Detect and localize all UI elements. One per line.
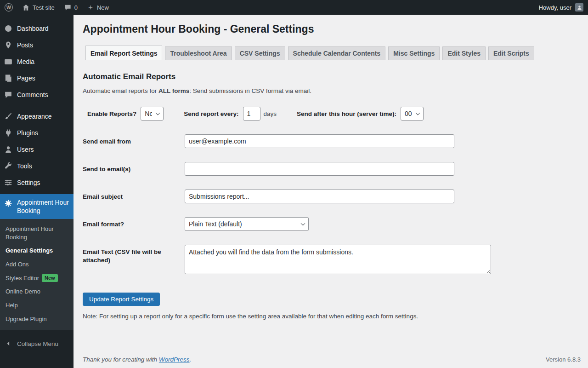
media-camera-icon xyxy=(4,57,13,66)
tab-misc-settings[interactable]: Misc Settings xyxy=(388,46,440,60)
submenu-label: General Settings xyxy=(6,247,53,254)
submenu-item-add-ons[interactable]: Add Ons xyxy=(0,258,74,271)
sidebar-item-label: Settings xyxy=(17,178,40,187)
email-subject-label: Email subject xyxy=(83,190,185,203)
account-menu-link[interactable]: Howdy, user xyxy=(534,0,588,15)
submenu-label: Online Demo xyxy=(6,288,40,295)
new-label: New xyxy=(97,4,109,11)
comments-bubble-link[interactable]: 0 xyxy=(59,0,82,15)
enable-reports-group: Enable Reports? No xyxy=(87,107,164,121)
sidebar-item-dashboard[interactable]: Dashboard xyxy=(0,20,74,37)
admin-bar-left: W Test site 0 ＋ New xyxy=(0,0,113,15)
submenu-label: Appointment Hour Booking xyxy=(6,225,54,241)
email-format-row: Email format? Plain Text (default) xyxy=(83,217,579,231)
send-email-from-label: Send email from xyxy=(83,134,185,148)
footer-version: Version 6.8.3 xyxy=(546,356,581,363)
admin-bar-right: Howdy, user xyxy=(534,0,588,15)
tab-edit-styles[interactable]: Edit Styles xyxy=(442,46,486,60)
email-subject-input[interactable] xyxy=(185,190,454,203)
submenu-item-styles-editor[interactable]: Styles EditorNew xyxy=(0,271,74,285)
email-format-label: Email format? xyxy=(83,217,185,231)
sidebar-item-appearance[interactable]: Appearance xyxy=(0,108,74,125)
send-hour-label: Send after this hour (server time): xyxy=(297,110,396,117)
plus-icon: ＋ xyxy=(87,4,94,11)
sidebar-item-label: Appearance xyxy=(17,112,52,121)
site-name-link[interactable]: Test site xyxy=(17,0,59,15)
main-content: Appointment Hour Booking - General Setti… xyxy=(74,15,588,368)
appearance-brush-icon xyxy=(4,112,13,121)
comments-count: 0 xyxy=(74,4,78,11)
home-icon xyxy=(22,4,30,12)
submenu-label: Styles Editor xyxy=(6,275,39,282)
report-interval-group: Send report every: days xyxy=(184,107,277,121)
sidebar-item-plugins[interactable]: Plugins xyxy=(0,125,74,141)
send-hour-select[interactable]: 00 xyxy=(401,107,424,121)
howdy-label: Howdy, user xyxy=(539,4,571,11)
page-title: Appointment Hour Booking - General Setti… xyxy=(83,15,579,35)
intro-text: Automatic email reports for ALL forms: S… xyxy=(83,87,579,94)
tab-edit-scripts[interactable]: Edit Scripts xyxy=(488,46,534,60)
report-hour-group: Send after this hour (server time): 00 xyxy=(297,107,424,121)
intro-prefix: Automatic email reports for xyxy=(83,87,158,94)
wordpress-logo-icon: W xyxy=(5,3,13,12)
send-to-emails-row: Send to email(s) xyxy=(83,162,579,176)
sidebar-item-label: Dashboard xyxy=(17,24,49,33)
comments-icon xyxy=(4,90,13,99)
tab-csv-settings[interactable]: CSV Settings xyxy=(235,46,285,60)
new-content-link[interactable]: ＋ New xyxy=(82,0,113,15)
days-suffix-label: days xyxy=(264,110,277,117)
sidebar-item-users[interactable]: Users xyxy=(0,141,74,158)
submenu-item-online-demo[interactable]: Online Demo xyxy=(0,285,74,299)
footer-thanks-prefix: Thank you for creating with xyxy=(83,356,159,363)
sidebar-item-appointment-hour-booking[interactable]: Appointment Hour Booking xyxy=(0,194,74,219)
email-format-select[interactable]: Plain Text (default) xyxy=(185,217,309,231)
enable-reports-select[interactable]: No xyxy=(141,107,164,121)
send-report-every-input[interactable] xyxy=(243,107,260,121)
send-email-from-input[interactable] xyxy=(185,134,454,148)
sidebar-item-label: Users xyxy=(17,145,34,154)
sidebar-item-comments[interactable]: Comments xyxy=(0,86,74,103)
sidebar-item-settings[interactable]: Settings xyxy=(0,174,74,191)
wordpress-logo-button[interactable]: W xyxy=(0,0,17,15)
sidebar-item-label: Comments xyxy=(17,91,48,99)
tab-email-report-settings[interactable]: Email Report Settings xyxy=(85,46,162,60)
comment-bubble-icon xyxy=(64,4,72,12)
note-text: Note: For setting up a report only for a… xyxy=(83,313,579,320)
dashboard-icon xyxy=(4,24,13,33)
sidebar-item-media[interactable]: Media xyxy=(0,53,74,70)
admin-menu: Dashboard Posts Media Pages Comments App… xyxy=(0,20,74,191)
posts-pin-icon xyxy=(4,40,13,50)
section-title: Automatic Email Reports xyxy=(83,72,579,81)
plugin-menu-label: Appointment Hour Booking xyxy=(17,198,70,215)
sidebar-item-label: Posts xyxy=(17,41,33,49)
sidebar-item-pages[interactable]: Pages xyxy=(0,70,74,86)
sidebar-item-label: Pages xyxy=(17,74,35,82)
submenu-label: Add Ons xyxy=(6,261,29,268)
submenu-label: Upgrade Plugin xyxy=(6,316,47,322)
sidebar-item-label: Plugins xyxy=(17,129,38,137)
plugins-plug-icon xyxy=(4,128,13,138)
send-to-emails-input[interactable] xyxy=(185,162,454,176)
settings-sliders-icon xyxy=(4,178,13,187)
collapse-menu-label: Collapse Menu xyxy=(17,340,58,347)
submenu-item-help[interactable]: Help xyxy=(0,299,74,312)
wordpress-link[interactable]: WordPress xyxy=(159,356,190,363)
new-badge: New xyxy=(42,274,58,282)
collapse-menu-button[interactable]: Collapse Menu xyxy=(0,335,74,352)
pages-icon xyxy=(4,74,13,83)
tab-troubleshoot-area[interactable]: Troubleshoot Area xyxy=(165,46,232,60)
plugin-submenu: Appointment Hour Booking General Setting… xyxy=(0,219,74,330)
intro-suffix: : Send submissions in CSV format via ema… xyxy=(189,87,311,94)
sidebar-item-tools[interactable]: Tools xyxy=(0,158,74,174)
submenu-item-appointment-hour-booking[interactable]: Appointment Hour Booking xyxy=(0,222,74,244)
tools-wrench-icon xyxy=(4,161,13,171)
tab-schedule-calendar-contents[interactable]: Schedule Calendar Contents xyxy=(288,46,386,60)
sidebar-item-posts[interactable]: Posts xyxy=(0,37,74,53)
settings-tabs: Email Report Settings Troubleshoot Area … xyxy=(83,46,579,60)
email-text-textarea[interactable]: Attached you will find the data from the… xyxy=(185,245,491,274)
users-person-icon xyxy=(4,145,13,154)
submenu-item-upgrade-plugin[interactable]: Upgrade Plugin xyxy=(0,312,74,326)
update-report-settings-button[interactable]: Update Report Settings xyxy=(83,293,160,306)
sidebar-item-label: Media xyxy=(17,58,34,66)
submenu-item-general-settings[interactable]: General Settings xyxy=(0,244,74,258)
